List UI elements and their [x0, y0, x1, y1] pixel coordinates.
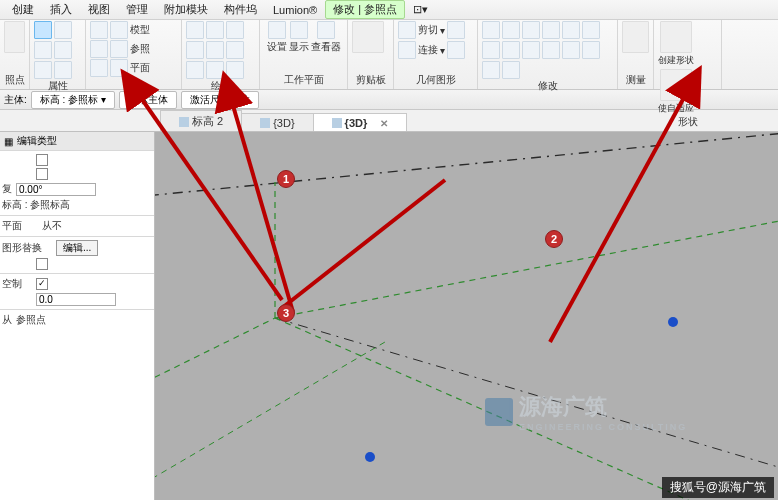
prop-label: 平面 [2, 219, 42, 233]
arc-icon[interactable] [110, 21, 128, 39]
viewport-canvas [155, 132, 778, 500]
ribbon-group-geometry: 剪切▾ 连接▾ 几何图形 [394, 20, 478, 89]
checkbox[interactable] [36, 258, 48, 270]
modify-icon[interactable] [582, 41, 600, 59]
point-icon[interactable] [226, 61, 244, 79]
ribbon-group-modify: 修改 [478, 20, 618, 89]
svg-point-7 [365, 452, 375, 462]
modify-icon[interactable] [542, 21, 560, 39]
ribbon-sublabel: 设置 [267, 40, 287, 54]
view-tab[interactable]: 标高 2 [160, 110, 242, 131]
menu-item-more[interactable]: ⊡▾ [405, 1, 436, 18]
ribbon-group-shape: 创建形状 使自适应 形状 [654, 20, 722, 89]
modify-icon[interactable] [482, 41, 500, 59]
angle-field[interactable] [16, 183, 96, 196]
viewer-icon[interactable] [317, 21, 335, 39]
modify-icon[interactable] [562, 21, 580, 39]
edit-button[interactable]: 编辑... [56, 240, 98, 256]
ribbon-sublabel: 平面 [130, 61, 150, 75]
draw-icon[interactable] [206, 41, 224, 59]
checkbox[interactable] [36, 154, 48, 166]
create-shape-icon[interactable] [660, 21, 692, 53]
menubar: 创建 插入 视图 管理 附加模块 构件坞 Lumion® 修改 | 参照点 ⊡▾ [0, 0, 778, 20]
checkbox[interactable] [36, 168, 48, 180]
arc-icon[interactable] [110, 59, 128, 77]
draw-icon[interactable] [186, 61, 204, 79]
modify-icon[interactable] [542, 41, 560, 59]
menu-item[interactable]: 构件坞 [216, 0, 265, 19]
spline-icon[interactable] [186, 21, 204, 39]
number-field[interactable] [36, 293, 116, 306]
menu-item[interactable]: 插入 [42, 0, 80, 19]
view-tab[interactable]: {3D} [241, 113, 313, 131]
draw-icon[interactable] [186, 41, 204, 59]
modify-icon[interactable] [4, 21, 25, 53]
ribbon-label: 修改 [482, 79, 613, 94]
set-icon[interactable] [268, 21, 286, 39]
menu-item[interactable]: Lumion® [265, 2, 325, 18]
line-icon[interactable] [90, 59, 108, 77]
modify-icon[interactable] [582, 21, 600, 39]
draw-icon[interactable] [206, 61, 224, 79]
annotation-badge-3: 3 [277, 304, 295, 322]
draw-icon[interactable] [226, 41, 244, 59]
menu-item[interactable]: 创建 [4, 0, 42, 19]
join-icon[interactable] [398, 41, 416, 59]
view-icon [260, 118, 270, 128]
close-icon[interactable]: ✕ [370, 118, 388, 129]
menu-item-modify[interactable]: 修改 | 参照点 [325, 0, 405, 19]
view-tab-active[interactable]: {3D}✕ [313, 113, 408, 131]
host-dropdown[interactable]: 标高 : 参照标 ▾ [31, 91, 115, 109]
ribbon-sublabel: 显示 [289, 40, 309, 54]
edit-type-button[interactable]: 编辑类型 [17, 134, 57, 148]
ribbon-group-clipboard: 剪贴板 [348, 20, 394, 89]
arc-icon[interactable] [110, 40, 128, 58]
watermark: 源海广筑 ENGINEERING CONSULTING [485, 392, 687, 432]
cut-icon[interactable] [398, 21, 416, 39]
modify-icon[interactable] [522, 21, 540, 39]
show-host-button[interactable]: 显示主体 [119, 91, 177, 109]
ribbon-icon[interactable] [54, 21, 72, 39]
menu-item[interactable]: 附加模块 [156, 0, 216, 19]
ribbon-icon[interactable] [447, 41, 465, 59]
prop-value: 从不 [42, 219, 62, 233]
modify-icon[interactable] [482, 21, 500, 39]
measure-icon[interactable] [622, 21, 649, 53]
menu-item[interactable]: 视图 [80, 0, 118, 19]
ribbon-sublabel: 剪切 [418, 23, 438, 37]
ribbon-icon[interactable] [447, 21, 465, 39]
properties-icon[interactable] [34, 21, 52, 39]
modify-icon[interactable] [522, 41, 540, 59]
modify-icon[interactable] [502, 61, 520, 79]
prop-value: 标高 : 参照标高 [2, 198, 70, 212]
checkbox-checked[interactable] [36, 278, 48, 290]
paste-icon[interactable] [352, 21, 384, 53]
prop-label: 空制 [2, 277, 36, 291]
draw-icon[interactable] [226, 21, 244, 39]
ribbon-label: 测量 [622, 73, 649, 88]
ribbon-label [90, 87, 177, 88]
ribbon-icon[interactable] [54, 41, 72, 59]
3d-viewport[interactable]: 源海广筑 ENGINEERING CONSULTING [155, 132, 778, 500]
line-icon[interactable] [90, 40, 108, 58]
modify-icon[interactable] [562, 41, 580, 59]
ribbon-icon[interactable] [54, 61, 72, 79]
activate-dim-button[interactable]: 激活尺寸标注 [181, 91, 259, 109]
show-icon[interactable] [290, 21, 308, 39]
watermark-icon [485, 398, 513, 426]
line-icon[interactable] [90, 21, 108, 39]
modify-icon[interactable] [502, 41, 520, 59]
ribbon-sublabel: 查看器 [311, 40, 341, 54]
ribbon-icon[interactable] [34, 61, 52, 79]
ribbon-group-measure: 测量 [618, 20, 654, 89]
ribbon-icon[interactable] [34, 41, 52, 59]
ribbon: 照点 属性 模型 参照 平面 绘制 设置 显示 查看器 工作平面 [0, 20, 778, 90]
adaptive-icon[interactable] [660, 69, 692, 101]
ribbon-label: 剪贴板 [352, 73, 389, 88]
draw-icon[interactable] [206, 21, 224, 39]
ribbon-label: 照点 [4, 73, 25, 88]
modify-icon[interactable] [502, 21, 520, 39]
ribbon-sublabel: 参照 [130, 42, 150, 56]
menu-item[interactable]: 管理 [118, 0, 156, 19]
modify-icon[interactable] [482, 61, 500, 79]
